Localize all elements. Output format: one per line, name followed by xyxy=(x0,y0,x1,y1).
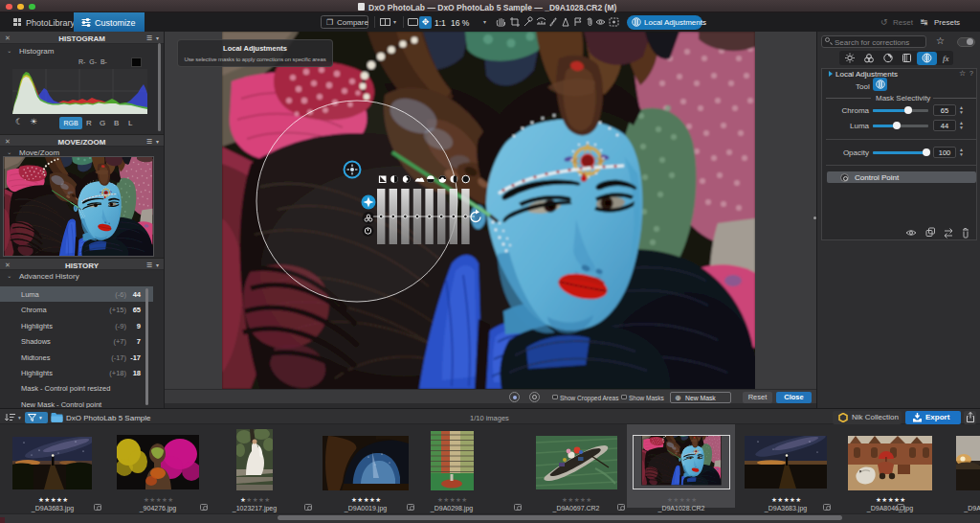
svg-text:fx: fx xyxy=(943,54,949,63)
